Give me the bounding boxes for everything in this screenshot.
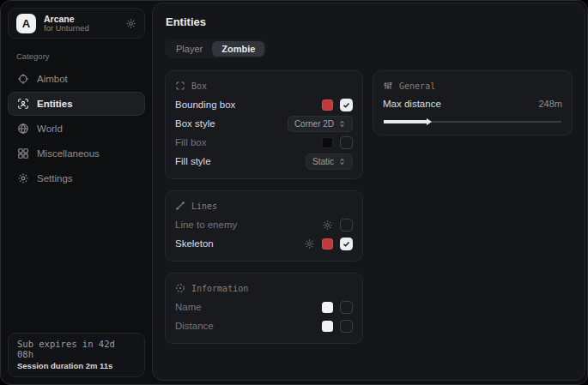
line-to-enemy-checkbox[interactable] (340, 219, 353, 232)
distance-checkbox[interactable] (340, 320, 353, 333)
gear-icon (17, 172, 29, 184)
line-to-enemy-row: Line to enemy (175, 215, 353, 234)
sidebar-item-settings[interactable]: Settings (8, 166, 145, 190)
dashed-circle-icon (175, 283, 185, 293)
general-section-header: General (383, 81, 562, 91)
tab-player[interactable]: Player (167, 41, 212, 57)
line-to-enemy-label: Line to enemy (175, 220, 237, 230)
app-name: Arcane (44, 14, 89, 24)
general-section-card: General Max distance 248m (373, 70, 573, 135)
app-window: A Arcane for Unturned Category Aimbot (0, 0, 588, 385)
sidebar-item-entities[interactable]: Entities (8, 92, 145, 116)
name-row: Name (175, 298, 353, 316)
checkmark-icon (342, 240, 350, 248)
chevrons-up-down-icon (338, 158, 346, 165)
gear-icon[interactable] (304, 238, 315, 250)
information-section-card: Information Name Distance (165, 273, 363, 344)
dropdown-value: Corner 2D (294, 119, 334, 129)
sidebar-item-aimbot[interactable]: Aimbot (8, 67, 145, 91)
gear-icon[interactable] (125, 18, 136, 29)
app-subtitle: for Unturned (44, 24, 89, 33)
category-label: Category (16, 51, 136, 61)
name-color-swatch[interactable] (322, 302, 333, 313)
sidebar: A Arcane for Unturned Category Aimbot (1, 1, 152, 384)
sidebar-item-world[interactable]: World (8, 117, 145, 141)
layout-grid-icon (17, 147, 29, 159)
bounding-box-row: Bounding box (175, 95, 353, 114)
entities-scan-icon (17, 98, 29, 110)
sidebar-item-label: Entities (37, 99, 73, 109)
box-corners-icon (175, 81, 185, 91)
skeleton-row: Skeleton (175, 234, 353, 253)
max-distance-row: Max distance 248m (383, 95, 562, 112)
fill-box-checkbox[interactable] (340, 136, 353, 149)
gear-icon[interactable] (322, 220, 333, 231)
sidebar-item-label: World (37, 123, 63, 134)
fill-style-row: Fill style Static (175, 152, 353, 171)
bounding-box-label: Bounding box (175, 99, 235, 110)
crosshair-icon (17, 73, 29, 85)
main-panel: Entities Player Zombie Box Bounding box (152, 3, 585, 381)
name-checkbox[interactable] (340, 301, 353, 314)
page-title: Entities (166, 15, 573, 28)
app-logo: A (16, 14, 36, 33)
skeleton-label: Skeleton (175, 238, 214, 249)
sidebar-item-label: Aimbot (37, 74, 68, 84)
fill-style-label: Fill style (175, 156, 211, 166)
sub-expires-text: Sub expires in 42d 08h (17, 339, 136, 359)
skeleton-checkbox[interactable] (340, 238, 353, 250)
sidebar-item-miscellaneous[interactable]: Miscellaneous (8, 141, 145, 165)
sliders-icon (383, 81, 393, 91)
checkmark-icon (342, 101, 350, 109)
sidebar-item-label: Miscellaneous (37, 148, 100, 159)
section-title: Box (191, 81, 207, 91)
box-style-dropdown[interactable]: Corner 2D (288, 116, 353, 132)
distance-row: Distance (175, 316, 353, 335)
lines-section-header: Lines (175, 201, 353, 211)
diagonal-line-icon (175, 201, 185, 211)
tab-zombie[interactable]: Zombie (212, 41, 264, 57)
lines-section-card: Lines Line to enemy Skeleton (165, 190, 363, 262)
fill-box-row: Fill box (175, 133, 353, 152)
app-title-block: Arcane for Unturned (44, 14, 89, 33)
box-section-card: Box Bounding box Box style (165, 70, 363, 179)
globe-icon (17, 123, 29, 135)
sidebar-header-card: A Arcane for Unturned (8, 8, 145, 39)
name-label: Name (175, 302, 202, 312)
box-style-row: Box style Corner 2D (175, 114, 353, 133)
slider-fill-handle[interactable] (384, 120, 427, 123)
dropdown-value: Static (312, 157, 334, 166)
bounding-box-color-swatch[interactable] (322, 99, 333, 111)
bounding-box-checkbox[interactable] (340, 99, 353, 111)
session-duration-text: Session duration 2m 11s (17, 361, 136, 370)
fill-box-label: Fill box (175, 137, 206, 147)
chevrons-up-down-icon (338, 120, 346, 128)
sidebar-item-label: Settings (37, 173, 73, 183)
sidebar-nav: Aimbot Entities World Miscellaneous (8, 67, 145, 190)
distance-label: Distance (175, 321, 214, 331)
fill-style-dropdown[interactable]: Static (306, 153, 353, 170)
box-section-header: Box (175, 81, 353, 91)
distance-color-swatch[interactable] (322, 321, 333, 332)
section-title: Information (191, 284, 248, 293)
fill-box-color-swatch[interactable] (322, 137, 333, 148)
subscription-card: Sub expires in 42d 08h Session duration … (8, 333, 145, 377)
section-title: General (399, 81, 435, 91)
information-section-header: Information (175, 283, 353, 293)
section-title: Lines (191, 202, 217, 211)
max-distance-slider[interactable] (384, 117, 561, 125)
skeleton-color-swatch[interactable] (322, 238, 333, 250)
entity-tabs: Player Zombie (165, 39, 266, 58)
box-style-label: Box style (175, 118, 215, 129)
max-distance-label: Max distance (383, 99, 441, 109)
max-distance-value: 248m (538, 99, 562, 109)
